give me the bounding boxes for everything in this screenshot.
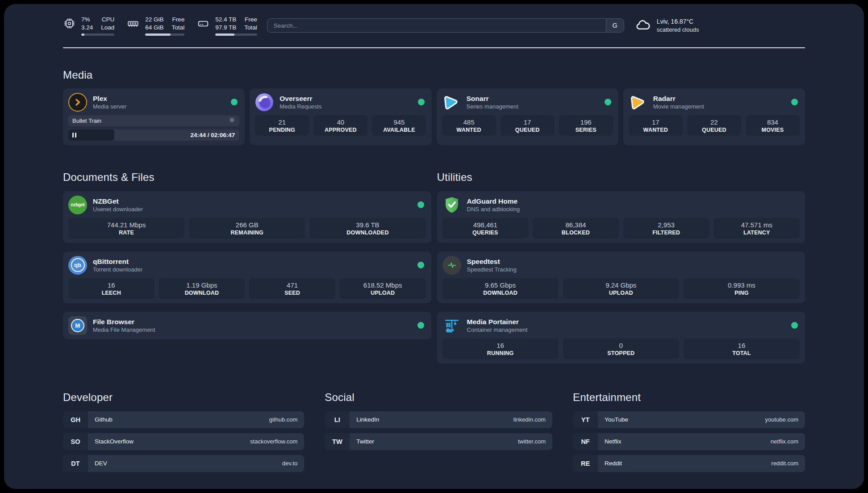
- speedtest-icon: [442, 256, 461, 275]
- app-name: Plex: [93, 95, 126, 103]
- section-social: Social LI LinkedIn linkedin.com TW Twitt…: [325, 391, 552, 472]
- stat-approved: 40 APPROVED: [313, 115, 367, 136]
- app-card-filebrowser[interactable]: File Browser Media File Management: [63, 312, 431, 339]
- disk-progressbar: [215, 33, 257, 36]
- link-stackoverflow[interactable]: SO StackOverflow stackoverflow.com: [63, 433, 304, 450]
- stat-downloaded: 39.6 TB DOWNLOADED: [309, 218, 426, 238]
- section-title-media: Media: [63, 69, 805, 81]
- link-name: YouTube: [605, 416, 628, 423]
- disk-progress-fill: [215, 33, 234, 36]
- app-subtitle: Series management: [467, 103, 518, 110]
- adguard-icon: [442, 196, 461, 214]
- link-twitter[interactable]: TW Twitter twitter.com: [325, 433, 552, 450]
- cpu-progress-fill: [81, 33, 84, 36]
- link-netflix[interactable]: NF Netflix netflix.com: [573, 433, 805, 450]
- stat-pending: 21 PENDING: [255, 115, 309, 136]
- memory-progress-fill: [145, 33, 171, 36]
- link-dev[interactable]: DT DEV dev.to: [63, 455, 304, 472]
- cpu-load-value: 3.24: [81, 24, 93, 32]
- search-input[interactable]: [267, 18, 624, 33]
- link-name: StackOverflow: [95, 438, 134, 445]
- memory-stat: 22 GiB 64 GiB Free Total: [127, 16, 184, 36]
- stat-remaining: 266 GB REMAINING: [189, 218, 305, 238]
- disk-stat: 52.4 TB 97.9 TB Free Total: [197, 16, 257, 36]
- app-card-speedtest[interactable]: Speedtest Speedtest Tracking 9.65 Gbps D…: [437, 251, 805, 303]
- app-card-sonarr[interactable]: Sonarr Series management 485 WANTED 17 Q…: [437, 88, 618, 145]
- section-utilities: Utilities AdGuard: [437, 171, 805, 363]
- link-name: Twitter: [356, 438, 374, 445]
- app-card-overseerr[interactable]: Overseerr Media Requests 21 PENDING 40 A…: [250, 88, 431, 145]
- weather-condition: scattered clouds: [657, 26, 699, 34]
- app-card-portainer[interactable]: Media Portainer Container management 16 …: [437, 312, 805, 363]
- app-name: qBittorrent: [93, 258, 142, 266]
- app-subtitle: DNS and adblocking: [467, 206, 520, 213]
- playback-progress-pill[interactable]: [68, 130, 114, 141]
- app-card-qbittorrent[interactable]: qb qBittorrent Torrent downloader 16 LEE…: [63, 251, 431, 303]
- stat-queries: 498,461 QUERIES: [442, 218, 529, 238]
- disk-icon: [197, 17, 209, 30]
- app-card-radarr[interactable]: Radarr Movie management 17 WANTED 22 QUE…: [623, 88, 805, 145]
- link-reddit[interactable]: RE Reddit reddit.com: [573, 455, 805, 472]
- stat-wanted: 485 WANTED: [442, 115, 496, 136]
- link-url: twitter.com: [518, 438, 546, 445]
- overseerr-icon: [255, 93, 274, 112]
- link-youtube[interactable]: YT YouTube youtube.com: [573, 411, 805, 428]
- cpu-load-label: Load: [101, 24, 114, 32]
- stat-available: 945 AVAILABLE: [372, 115, 426, 136]
- playback-progressbar[interactable]: 24:44 / 02:06:47: [68, 130, 239, 141]
- cpu-label: CPU: [101, 16, 114, 24]
- dashboard-content: Media Plex Media server: [4, 69, 864, 472]
- link-name: Github: [95, 416, 113, 423]
- link-name: LinkedIn: [356, 416, 379, 423]
- search-bar: G: [267, 18, 624, 33]
- app-subtitle: Media File Management: [93, 326, 155, 333]
- stat-rate: 744.21 Mbps RATE: [68, 218, 184, 238]
- weather-widget: Lviv, 16.87°C scattered clouds: [635, 17, 699, 35]
- app-subtitle: Usenet downloader: [93, 206, 143, 213]
- nzbget-icon: nzbget: [68, 196, 87, 214]
- app-subtitle: Container management: [467, 326, 528, 333]
- plex-now-playing: Bullet Train: [68, 115, 239, 141]
- link-abbr: YT: [573, 411, 598, 428]
- link-abbr: NF: [573, 433, 598, 450]
- status-online-dot: [791, 99, 798, 105]
- link-name: Reddit: [605, 460, 622, 467]
- link-github[interactable]: GH Github github.com: [63, 411, 304, 428]
- stat-upload: 618.52 Mbps UPLOAD: [340, 278, 426, 299]
- app-subtitle: Media Requests: [280, 103, 321, 110]
- stat-latency: 47.571 ms LATENCY: [714, 218, 800, 238]
- stat-download: 1.19 Gbps DOWNLOAD: [159, 278, 245, 299]
- link-linkedin[interactable]: LI LinkedIn linkedin.com: [325, 411, 552, 428]
- dashboard: 7% 3.24 CPU Load: [4, 4, 864, 489]
- stat-queued: 22 QUEUED: [687, 115, 741, 136]
- disk-total-label: Total: [244, 24, 257, 32]
- memory-free-value: 22 GiB: [145, 16, 163, 24]
- section-title-entertainment: Entertainment: [573, 391, 805, 404]
- section-developer: Developer GH Github github.com SO StackO…: [63, 391, 304, 472]
- app-name: File Browser: [93, 318, 155, 326]
- weather-location-temp: Lviv, 16.87°C: [657, 17, 699, 26]
- cpu-icon: [63, 17, 75, 29]
- stat-movies: 834 MOVIES: [746, 115, 800, 136]
- link-url: reddit.com: [771, 460, 798, 467]
- app-card-nzbget[interactable]: nzbget NZBGet Usenet downloader 744.21 M…: [63, 191, 431, 243]
- section-media: Media Plex Media server: [63, 69, 805, 145]
- app-subtitle: Movie management: [653, 103, 704, 110]
- qbittorrent-icon: qb: [68, 256, 87, 275]
- stat-running: 16 RUNNING: [442, 338, 559, 359]
- topbar: 7% 3.24 CPU Load: [4, 4, 864, 36]
- app-card-adguard[interactable]: AdGuard Home DNS and adblocking 498,461 …: [437, 191, 805, 243]
- link-name: DEV: [95, 460, 107, 467]
- app-name: AdGuard Home: [467, 197, 520, 205]
- playback-time: 24:44 / 02:06:47: [190, 132, 239, 138]
- pause-icon[interactable]: [72, 133, 76, 138]
- app-name: Radarr: [653, 95, 704, 103]
- link-url: github.com: [269, 416, 298, 423]
- section-title-documents: Documents & Files: [63, 171, 431, 184]
- search-engine-button[interactable]: G: [606, 19, 624, 32]
- disk-free-value: 52.4 TB: [215, 16, 236, 24]
- stat-seed: 471 SEED: [249, 278, 335, 299]
- app-card-plex[interactable]: Plex Media server Bullet Train: [63, 88, 245, 145]
- gear-icon[interactable]: [229, 117, 235, 125]
- link-url: netflix.com: [771, 438, 798, 445]
